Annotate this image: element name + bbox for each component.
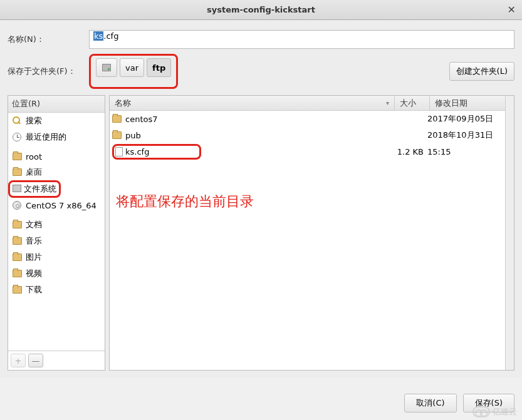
place-recent[interactable]: 最近使用的 <box>8 129 105 145</box>
place-downloads[interactable]: 下载 <box>8 282 105 298</box>
places-footer: + — <box>8 351 105 370</box>
filename-label: 名称(N)： <box>8 34 89 45</box>
places-header: 位置(R) <box>8 96 105 113</box>
filename-input[interactable]: ks.cfg <box>89 30 514 49</box>
folder-label: 保存于文件夹(F)： <box>8 66 89 77</box>
path-bar: var ftp <box>96 58 171 77</box>
add-bookmark-button[interactable]: + <box>11 354 26 367</box>
annotation-path-highlight: var ftp <box>89 54 178 89</box>
file-list-panel: 名称▾ 大小 修改日期 centos7 2017年09月05日 pub 2018… <box>109 95 514 371</box>
place-filesystem[interactable]: 文件系统 <box>24 183 56 195</box>
folder-icon <box>12 151 22 161</box>
folder-icon <box>12 220 22 230</box>
annotation-filesystem-highlight: 文件系统 <box>8 180 105 198</box>
annotation-text: 将配置保存的当前目录 <box>116 192 254 211</box>
path-segment-ftp[interactable]: ftp <box>147 58 171 77</box>
search-icon <box>12 116 22 126</box>
column-size[interactable]: 大小 <box>395 96 430 110</box>
file-row[interactable]: ks.cfg 1.2 KB 15:15 <box>110 143 505 160</box>
folder-icon <box>112 115 122 123</box>
remove-bookmark-button[interactable]: — <box>28 354 43 367</box>
place-documents[interactable]: 文档 <box>8 217 105 233</box>
annotation-file-highlight: ks.cfg <box>112 144 201 160</box>
place-music[interactable]: 音乐 <box>8 233 105 249</box>
file-icon <box>115 147 123 156</box>
window-title: system-config-kickstart <box>0 5 522 14</box>
path-segment-root[interactable] <box>96 58 117 77</box>
place-root[interactable]: root <box>8 149 105 164</box>
file-row[interactable]: centos7 2017年09月05日 <box>110 111 505 127</box>
folder-icon <box>12 269 22 279</box>
sort-indicator-icon: ▾ <box>386 100 389 106</box>
path-segment-var[interactable]: var <box>120 58 144 77</box>
place-pictures[interactable]: 图片 <box>8 249 105 265</box>
panes: 位置(R) 搜索 最近使用的 root 桌面 文件系统 CentOS 7 x86… <box>8 95 514 371</box>
drive-icon <box>13 185 21 194</box>
folder-icon <box>12 167 22 177</box>
filename-selected: ks <box>93 31 103 41</box>
folder-icon <box>12 285 22 295</box>
dialog-content: 名称(N)： ks.cfg 保存于文件夹(F)： var ftp 创建文件夹(L… <box>0 20 522 378</box>
place-centos-disc[interactable]: CentOS 7 x86_64 <box>8 198 105 213</box>
places-panel: 位置(R) 搜索 最近使用的 root 桌面 文件系统 CentOS 7 x86… <box>8 95 105 371</box>
place-search[interactable]: 搜索 <box>8 113 105 129</box>
disc-icon <box>12 200 22 210</box>
column-name[interactable]: 名称▾ <box>110 96 395 110</box>
file-row[interactable]: pub 2018年10月31日 <box>110 127 505 143</box>
close-icon[interactable]: ✕ <box>508 4 516 16</box>
file-list-body: centos7 2017年09月05日 pub 2018年10月31日 <box>110 111 505 160</box>
title-bar: system-config-kickstart ✕ <box>0 0 522 20</box>
folder-row: 保存于文件夹(F)： var ftp 创建文件夹(L) <box>8 54 514 89</box>
cancel-button[interactable]: 取消(C) <box>404 394 456 412</box>
watermark: 亿速云 <box>472 406 517 417</box>
drive-icon <box>102 64 111 71</box>
place-desktop[interactable]: 桌面 <box>8 164 105 180</box>
filename-rest: .cfg <box>103 31 118 41</box>
folder-icon <box>12 252 22 262</box>
place-videos[interactable]: 视频 <box>8 265 105 282</box>
watermark-icon <box>472 406 490 417</box>
scrollbar[interactable] <box>505 96 514 370</box>
column-date[interactable]: 修改日期 <box>430 96 505 110</box>
create-folder-button[interactable]: 创建文件夹(L) <box>449 62 514 81</box>
filename-row: 名称(N)： ks.cfg <box>8 30 514 49</box>
clock-icon <box>12 132 22 142</box>
folder-icon <box>12 236 22 246</box>
file-list-header: 名称▾ 大小 修改日期 <box>110 96 505 111</box>
folder-icon <box>112 131 122 139</box>
places-list: 搜索 最近使用的 root 桌面 文件系统 CentOS 7 x86_64 文档… <box>8 113 105 351</box>
